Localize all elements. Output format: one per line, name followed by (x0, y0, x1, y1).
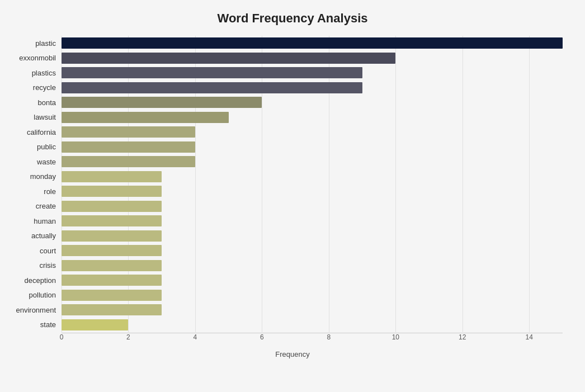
bar-row: environment (62, 303, 563, 318)
bar (62, 230, 162, 242)
bar-bg (62, 95, 563, 110)
x-axis: 02468101214 (62, 332, 563, 349)
x-tick: 8 (327, 333, 331, 341)
bar (62, 304, 162, 315)
x-tick: 12 (459, 333, 466, 341)
bar-label: deception (6, 276, 62, 285)
bar (62, 141, 195, 153)
bar-bg (62, 110, 563, 125)
bar-row: crisis (62, 258, 563, 273)
bar-label: environment (6, 306, 62, 314)
bar (62, 82, 362, 93)
bar-label: recycle (6, 83, 62, 92)
bar (62, 319, 128, 330)
bar-label: public (6, 143, 62, 151)
x-tick: 0 (60, 333, 64, 341)
bar-bg (62, 199, 563, 214)
bar (62, 156, 195, 167)
bar-row: public (62, 140, 563, 155)
bar-row: human (62, 214, 563, 229)
bar-row: plastics (62, 65, 563, 81)
bar-bg (62, 169, 563, 185)
bar-bg (62, 288, 563, 303)
bar-bg (62, 214, 563, 229)
bar-bg (62, 154, 563, 169)
bar-label: plastics (6, 69, 62, 77)
bar (62, 37, 563, 49)
bar-row: california (62, 125, 563, 140)
bar-row: pollution (62, 288, 563, 303)
bar-row: recycle (62, 81, 563, 96)
bar-label: exxonmobil (6, 54, 62, 62)
chart-area: plasticexxonmobilplasticsrecyclebontalaw… (62, 36, 563, 349)
bar-label: monday (6, 172, 62, 181)
bar-row: waste (62, 154, 563, 169)
bar (62, 186, 162, 197)
x-tick: 4 (194, 333, 197, 341)
bar (62, 201, 162, 212)
bar-row: deception (62, 273, 563, 288)
bar (62, 275, 162, 286)
bar (62, 126, 195, 138)
bar-label: actually (6, 232, 62, 240)
bar (62, 67, 362, 78)
bar (62, 245, 162, 256)
bar-label: create (6, 202, 62, 210)
x-tick: 2 (126, 333, 130, 341)
bar-row: exxonmobil (62, 51, 563, 66)
x-tick: 10 (392, 333, 399, 341)
bar-label: state (6, 320, 62, 329)
bar (62, 215, 162, 226)
bar-bg (62, 140, 563, 155)
bar-label: role (6, 187, 62, 196)
bar-bg (62, 243, 563, 258)
bar-label: human (6, 217, 62, 225)
bar-label: plastic (6, 39, 62, 48)
bars-wrapper: plasticexxonmobilplasticsrecyclebontalaw… (62, 36, 563, 332)
bar-bg (62, 36, 563, 51)
bar-label: lawsuit (6, 113, 62, 121)
chart-container: Word Frequency Analysis plasticexxonmobi… (0, 0, 585, 392)
bar-bg (62, 318, 563, 333)
bar-row: lawsuit (62, 110, 563, 125)
bar-bg (62, 125, 563, 140)
bar-label: waste (6, 158, 62, 166)
x-tick: 6 (260, 333, 264, 341)
bar-row: actually (62, 229, 563, 244)
bar-row: court (62, 243, 563, 258)
chart-title: Word Frequency Analysis (22, 11, 563, 26)
bar-label: court (6, 247, 62, 255)
bar-label: crisis (6, 261, 62, 270)
bar (62, 112, 229, 123)
bar (62, 53, 395, 64)
bar-label: pollution (6, 291, 62, 299)
bar-label: bonta (6, 98, 62, 107)
bar-row: state (62, 318, 563, 333)
bar-bg (62, 258, 563, 273)
x-tick: 14 (526, 333, 533, 341)
x-axis-label: Frequency (22, 350, 563, 358)
bar-bg (62, 273, 563, 288)
bar-bg (62, 229, 563, 244)
bar (62, 290, 162, 301)
bar-row: bonta (62, 95, 563, 110)
bar-bg (62, 81, 563, 96)
bar-row: plastic (62, 36, 563, 51)
bar-bg (62, 303, 563, 318)
bar (62, 171, 162, 182)
bar-bg (62, 65, 563, 81)
bar-bg (62, 184, 563, 199)
bar-row: monday (62, 169, 563, 185)
bar-row: role (62, 184, 563, 199)
bar (62, 260, 162, 271)
bar-label: california (6, 128, 62, 136)
bar (62, 97, 262, 108)
bar-bg (62, 51, 563, 66)
bar-row: create (62, 199, 563, 214)
